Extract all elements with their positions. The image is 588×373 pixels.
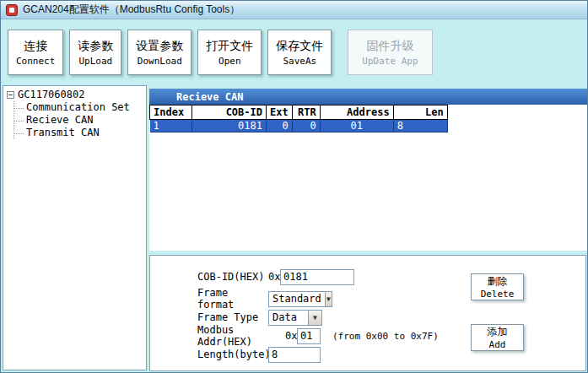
cell-cob-id: 0181 (192, 120, 267, 132)
update-app-label-en: UpDate App (362, 56, 418, 67)
length-row: Length(byte) (197, 346, 321, 363)
connect-label-en: Connect (16, 56, 55, 67)
frame-format-value: Standard (269, 292, 325, 306)
download-label-zh: 设置参数 (136, 39, 183, 54)
chevron-down-icon[interactable]: ▼ (308, 311, 321, 325)
app-window: GCAN204配置软件（ModbusRtu Config Tools） 连接 C… (0, 0, 588, 373)
frame-format-row: Frame format Standard ▼ (197, 290, 332, 307)
cob-id-label: COB-ID(HEX) (197, 271, 268, 283)
col-rtr: RTR (292, 105, 320, 120)
tree-root-label[interactable]: GC117060802 (18, 89, 84, 101)
open-label-en: Open (218, 56, 241, 67)
recieve-can-header-label: Recieve CAN (176, 91, 243, 103)
device-tree: − GC117060802 Communication Set Recieve … (3, 85, 147, 370)
modbus-addr-range-hint: (from 0x00 to 0x7F) (332, 331, 439, 342)
can-table: Index COB-ID Ext RTR Address Len 1 0181 … (149, 105, 448, 132)
cell-len: 8 (393, 120, 447, 132)
table-row[interactable]: 1 0181 0 0 01 8 (150, 120, 448, 132)
connect-button[interactable]: 连接 Connect (8, 30, 63, 75)
title-bar[interactable]: GCAN204配置软件（ModbusRtu Config Tools） (1, 1, 587, 19)
tree-item-transmit-can[interactable]: Transmit CAN (14, 127, 146, 139)
saveas-button[interactable]: 保存文件 SaveAs (267, 30, 332, 75)
modbus-addr-row: Modbus Addr(HEX) 0x (from 0x00 to 0x7F) (197, 327, 439, 344)
col-address: Address (320, 105, 393, 120)
col-len: Len (393, 105, 447, 120)
modbus-addr-label: Modbus Addr(HEX) (197, 324, 285, 348)
can-table-area: Index COB-ID Ext RTR Address Len 1 0181 … (149, 105, 587, 251)
col-ext: Ext (267, 105, 293, 120)
tree-item-recieve-can[interactable]: Recieve CAN (14, 114, 146, 127)
add-label-en: Add (489, 339, 506, 350)
upload-label-zh: 读参数 (78, 39, 113, 54)
frame-format-select[interactable]: Standard ▼ (268, 291, 332, 307)
frame-type-select[interactable]: Data ▼ (268, 310, 322, 326)
delete-label-zh: 删除 (488, 274, 508, 289)
saveas-label-en: SaveAs (283, 56, 316, 67)
cob-id-row: COB-ID(HEX) 0x (197, 268, 354, 285)
update-app-label-zh: 固件升级 (366, 39, 413, 54)
delete-label-en: Delete (481, 289, 515, 300)
modbus-addr-hex-prefix: 0x (285, 330, 297, 342)
tree-item-communication-set[interactable]: Communication Set (14, 101, 146, 114)
cell-index: 1 (150, 120, 192, 132)
frame-format-label: Frame format (197, 287, 268, 311)
delete-button[interactable]: 删除 Delete (471, 273, 524, 300)
chevron-down-icon[interactable]: ▼ (325, 292, 332, 306)
open-label-zh: 打开文件 (206, 39, 253, 54)
add-label-zh: 添加 (488, 325, 508, 339)
cell-address: 01 (320, 120, 393, 132)
frame-type-row: Frame Type Data ▼ (197, 309, 322, 326)
col-index: Index (150, 105, 192, 120)
open-button[interactable]: 打开文件 Open (197, 30, 262, 75)
app-icon (6, 4, 18, 16)
upload-button[interactable]: 读参数 UpLoad (69, 30, 121, 75)
frame-type-value: Data (269, 311, 308, 325)
edit-form-panel: COB-ID(HEX) 0x Frame format Standard ▼ F… (149, 255, 586, 371)
cell-ext: 0 (267, 120, 293, 132)
recieve-can-header: Recieve CAN (149, 89, 587, 105)
length-input[interactable] (268, 347, 321, 363)
download-label-en: DownLoad (138, 56, 182, 67)
length-label: Length(byte) (197, 349, 268, 360)
tree-children: Communication Set Recieve CAN Transmit C… (13, 101, 146, 139)
window-title: GCAN204配置软件（ModbusRtu Config Tools） (23, 3, 240, 17)
upload-label-en: UpLoad (78, 56, 112, 67)
tree-collapse-icon[interactable]: − (7, 91, 14, 99)
modbus-addr-input[interactable] (297, 328, 321, 344)
cell-rtr: 0 (292, 120, 320, 132)
connect-label-zh: 连接 (24, 39, 47, 54)
add-button[interactable]: 添加 Add (471, 324, 524, 351)
download-button[interactable]: 设置参数 DownLoad (127, 30, 192, 75)
saveas-label-zh: 保存文件 (276, 39, 323, 54)
frame-type-label: Frame Type (197, 311, 268, 323)
tree-root-node[interactable]: − GC117060802 (7, 89, 146, 101)
toolbar: 连接 Connect 读参数 UpLoad 设置参数 DownLoad 打开文件… (1, 19, 587, 85)
cob-id-hex-prefix: 0x (268, 271, 280, 283)
col-cob-id: COB-ID (192, 105, 267, 120)
cob-id-input[interactable] (280, 269, 354, 285)
can-table-header-row: Index COB-ID Ext RTR Address Len (150, 105, 448, 120)
update-app-button: 固件升级 UpDate App (348, 30, 432, 75)
